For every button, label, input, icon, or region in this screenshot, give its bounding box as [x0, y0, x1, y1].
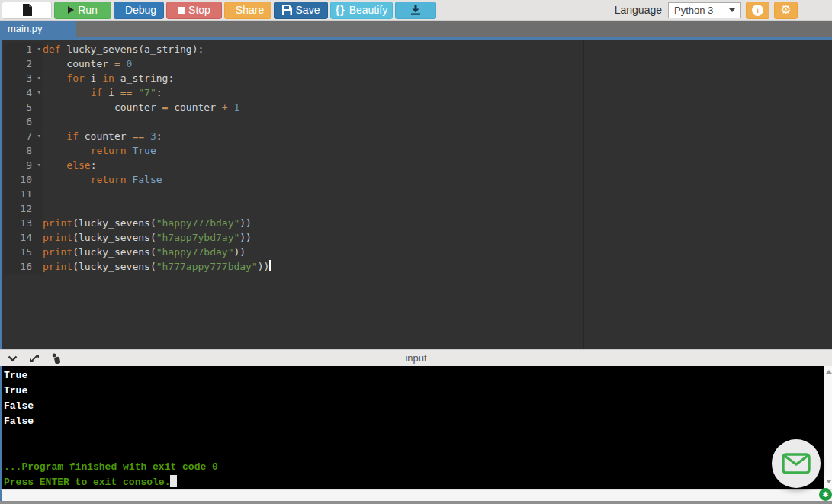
code-line: def lucky_sevens(a_string):	[43, 42, 832, 56]
toolbar-right: Language Python 3 i ⚙	[615, 2, 832, 19]
line-number: 16	[5, 259, 43, 274]
console-cursor	[170, 475, 177, 487]
console-line: False	[4, 399, 832, 414]
fold-toggle-icon[interactable]: ▾	[37, 158, 41, 172]
code-line: if counter == 3:	[43, 129, 832, 143]
save-button[interactable]: Save	[274, 2, 328, 19]
console-line: Press ENTER to exit console.	[4, 475, 832, 490]
line-number: 7▾	[5, 129, 43, 143]
console-toolbar: input	[0, 349, 832, 366]
download-icon	[410, 5, 421, 15]
console-line: ...Program finished with exit code 0	[4, 460, 832, 475]
code-line: for i in a_string:	[43, 71, 832, 85]
scroll-up-arrow-icon[interactable]	[826, 370, 832, 374]
chevron-down-icon	[729, 8, 735, 12]
console-output[interactable]: TrueTrueFalseFalse...Program finished wi…	[0, 366, 832, 489]
new-file-button[interactable]	[2, 2, 52, 19]
console-line: True	[4, 368, 832, 384]
fold-toggle-icon[interactable]: ▾	[37, 71, 41, 85]
debug-button-label: Debug	[125, 4, 156, 16]
line-number: 9▾	[5, 158, 43, 172]
code-line: counter = 0	[43, 56, 832, 71]
code-line	[43, 201, 832, 216]
settings-button[interactable]: ⚙	[774, 2, 798, 19]
line-number: 8	[5, 143, 43, 158]
share-button[interactable]: Share	[224, 2, 271, 19]
fold-toggle-icon[interactable]: ▾	[37, 85, 41, 100]
code-line: else:	[43, 158, 832, 172]
code-editor[interactable]: 1▾23▾4▾567▾89▾10111213141516 def lucky_s…	[0, 40, 832, 349]
beautify-button[interactable]: {} Beautify	[330, 2, 393, 19]
code-line: print(lucky_sevens("happy77bday"))	[43, 245, 832, 259]
print-margin-line	[583, 40, 584, 349]
tab-main-py[interactable]: main.py	[0, 21, 76, 37]
code-line: if i == "7":	[43, 85, 832, 100]
line-number: 3▾	[5, 71, 43, 85]
fold-toggle-icon[interactable]: ▾	[37, 129, 41, 143]
gear-icon: ⚙	[780, 4, 791, 16]
file-icon	[22, 4, 32, 16]
language-select-value: Python 3	[674, 5, 713, 16]
console-line	[4, 445, 832, 460]
bottom-edge-bar	[0, 501, 832, 504]
console-line: False	[4, 414, 832, 429]
line-number-gutter: 1▾23▾4▾567▾89▾10111213141516	[5, 42, 43, 274]
download-button[interactable]	[395, 2, 436, 19]
code-pane[interactable]: def lucky_sevens(a_string): counter = 0 …	[43, 42, 832, 274]
info-button[interactable]: i	[746, 2, 769, 19]
code-line: print(lucky_sevens("happy777bday"))	[43, 216, 832, 230]
console-line: True	[4, 384, 832, 399]
code-line: counter = counter + 1	[43, 100, 832, 114]
console-input-label: input	[0, 350, 832, 366]
line-number: 10	[5, 172, 43, 187]
fold-toggle-icon[interactable]: ▾	[37, 42, 41, 56]
line-number: 2	[5, 56, 43, 71]
line-number: 15	[5, 245, 43, 259]
ide-app: Run Debug Stop Share Sav	[0, 0, 832, 504]
language-label: Language	[615, 4, 662, 16]
beautify-button-label: Beautify	[349, 4, 388, 16]
language-select[interactable]: Python 3	[668, 2, 741, 18]
run-button[interactable]: Run	[54, 2, 111, 19]
stop-button[interactable]: Stop	[166, 2, 222, 19]
debug-button[interactable]: Debug	[114, 2, 164, 19]
line-number: 6	[5, 114, 43, 129]
line-number: 11	[5, 187, 43, 201]
share-button-label: Share	[236, 4, 264, 16]
info-icon: i	[752, 5, 763, 16]
braces-icon: {}	[336, 4, 345, 16]
tab-bar: main.py	[0, 21, 832, 37]
toolbar: Run Debug Stop Share Sav	[0, 0, 832, 21]
line-number: 14	[5, 230, 43, 245]
code-line	[43, 187, 832, 201]
line-number: 4▾	[5, 85, 43, 100]
stop-button-label: Stop	[188, 4, 210, 16]
text-cursor	[269, 260, 271, 271]
play-icon	[68, 6, 74, 14]
stop-icon	[178, 7, 185, 14]
line-number: 1▾	[5, 42, 43, 56]
console-line	[4, 429, 832, 445]
line-number: 12	[5, 201, 43, 216]
line-number: 5	[5, 100, 43, 114]
envelope-icon	[782, 453, 811, 474]
scroll-down-arrow-icon[interactable]	[826, 480, 832, 483]
code-line	[43, 114, 832, 129]
code-line: return False	[43, 172, 832, 187]
code-line: print(lucky_sevens("h777appy777bday"))	[43, 259, 832, 274]
save-icon	[282, 5, 292, 15]
code-line: return True	[43, 143, 832, 158]
save-button-label: Save	[296, 4, 320, 16]
bottom-strip	[0, 489, 832, 501]
console-scrollbar[interactable]	[824, 366, 832, 489]
email-button[interactable]	[772, 439, 821, 488]
status-badge[interactable]: ✱	[819, 488, 832, 501]
line-number: 13	[5, 216, 43, 230]
run-button-label: Run	[78, 4, 98, 16]
code-line: print(lucky_sevens("h7app7ybd7ay"))	[43, 230, 832, 245]
